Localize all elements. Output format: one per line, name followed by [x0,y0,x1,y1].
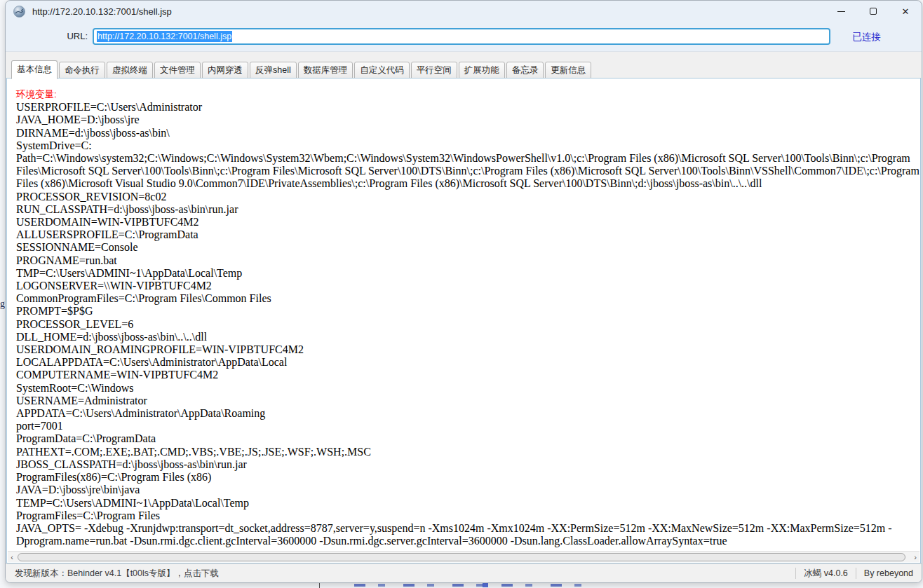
background-text-sliver-accent [483,583,488,587]
tab-3[interactable]: 文件管理 [154,62,201,78]
background-divider [319,582,320,588]
url-input-selected-text: http://172.20.10.132:7001/shell.jsp [97,31,232,42]
tab-strip: 基本信息命令执行虚拟终端文件管理内网穿透反弹shell数据库管理自定义代码平行空… [6,51,922,78]
tab-9[interactable]: 扩展功能 [459,62,505,78]
tab-6[interactable]: 数据库管理 [298,62,353,78]
env-output: USERPROFILE=C:\Users\Administrator JAVA_… [16,101,921,547]
desktop-background: gi http://172.20.10.132:7001/shell.jsp [0,0,923,588]
background-window-fragment-bottom [302,582,750,588]
tab-5[interactable]: 反弹shell [250,62,297,78]
horizontal-scrollbar[interactable]: ‹ › [8,551,919,562]
author-label: By rebeyond [864,568,913,578]
behinder-logo-icon [13,6,25,18]
scrollbar-track[interactable] [16,553,911,561]
tab-10[interactable]: 备忘录 [506,62,544,78]
tab-0[interactable]: 基本信息 [11,60,58,79]
status-bar: 发现新版本：Behinder v4.1【t00ls专版】，点击下载 冰蝎 v4.… [6,563,922,582]
background-text-sliver [354,584,586,587]
minimize-button[interactable] [825,1,857,22]
url-label: URL: [62,31,88,41]
scrollbar-thumb[interactable] [18,553,905,561]
app-version-label: 冰蝎 v4.0.6 [804,568,848,580]
maximize-icon [870,8,877,15]
url-input[interactable]: http://172.20.10.132:7001/shell.jsp [93,28,830,45]
env-heading: 环境变量: [16,89,57,100]
tab-8[interactable]: 平行空间 [411,62,457,78]
update-notice-link[interactable]: 发现新版本：Behinder v4.1【t00ls专版】，点击下载 [15,568,788,580]
scroll-left-arrow-icon[interactable]: ‹ [8,552,16,563]
tab-1[interactable]: 命令执行 [59,62,105,78]
titlebar[interactable]: http://172.20.10.132:7001/shell.jsp ✕ [6,1,922,22]
window-title: http://172.20.10.132:7001/shell.jsp [32,6,172,17]
tab-2[interactable]: 虚拟终端 [107,62,153,78]
url-row: URL: http://172.20.10.132:7001/shell.jsp… [6,22,922,51]
tab-4[interactable]: 内网穿透 [202,62,248,78]
basic-info-panel: 环境变量: USERPROFILE=C:\Users\Administrator… [6,78,921,563]
status-divider [856,568,856,579]
status-divider [795,568,796,579]
tab-11[interactable]: 更新信息 [545,62,591,78]
minimize-icon [837,11,845,12]
environment-variables-output: 环境变量: USERPROFILE=C:\Users\Administrator… [7,78,920,563]
close-icon: ✕ [902,7,910,16]
connection-status-button[interactable]: 已连接 [853,31,882,43]
scroll-right-arrow-icon[interactable]: › [911,552,919,563]
tab-7[interactable]: 自定义代码 [354,62,410,78]
maximize-button[interactable] [857,1,889,22]
behinder-window: http://172.20.10.132:7001/shell.jsp ✕ UR… [5,0,922,583]
close-button[interactable]: ✕ [889,1,922,22]
